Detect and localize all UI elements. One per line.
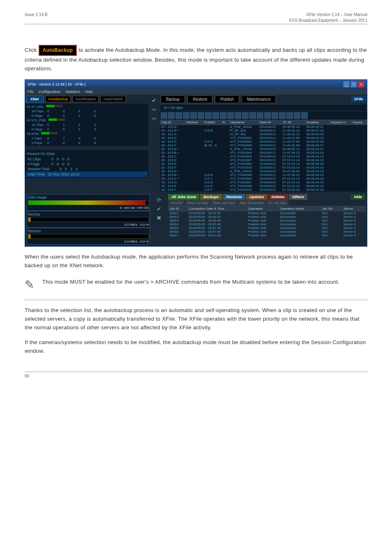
clip-row[interactable]: 02 - 613 DXT2_PGE00072010/05/1207:15:14.… bbox=[160, 158, 367, 162]
jobs-col[interactable]: Completion Date & Time bbox=[187, 206, 247, 211]
toolbar-icon[interactable] bbox=[286, 112, 293, 119]
arrow-right-icon[interactable]: ⇨ bbox=[150, 106, 158, 113]
clip-row[interactable]: 02 - 613 A *cl_PGE_0414a2010/04/1510:46:… bbox=[160, 147, 367, 151]
toolbar-icon[interactable] bbox=[183, 112, 189, 119]
toolbar-icon[interactable] bbox=[220, 112, 226, 119]
publish-button[interactable]: Publish bbox=[215, 95, 239, 103]
toolbar-icon[interactable] bbox=[198, 112, 204, 119]
maintenance-button[interactable]: Maintenance bbox=[242, 95, 276, 103]
toolbar-icon[interactable] bbox=[264, 112, 271, 119]
clip-row[interactable]: 02 - 612 B =112 BPl_8P_0032010/05/1111:3… bbox=[160, 129, 367, 132]
disk-usage-label: Disk Usage bbox=[28, 195, 149, 199]
clip-row[interactable]: 02 - 613 E113 EXT2_PGE00082010/05/1207:1… bbox=[160, 184, 367, 188]
filter-button[interactable]: View All bbox=[168, 200, 184, 206]
clip-col[interactable]: Duration bbox=[305, 120, 329, 125]
toolbar-icon[interactable] bbox=[301, 112, 308, 119]
close-icon[interactable]: × bbox=[358, 81, 364, 88]
jobs-col[interactable]: Job Src bbox=[321, 206, 342, 211]
tab-others[interactable]: Others bbox=[289, 194, 307, 200]
tab-updates[interactable]: Updates bbox=[246, 194, 267, 200]
clip-row[interactable]: 02 - 612 A *cl_PGE_0414a2010/04/1510:46:… bbox=[160, 125, 367, 129]
menu-statistics[interactable]: Statistics bbox=[65, 90, 80, 94]
filter-button[interactable]: View Last Hour bbox=[211, 200, 237, 206]
clip-col[interactable]: Keyword 1 bbox=[329, 120, 351, 125]
jobs-col[interactable]: Server bbox=[342, 206, 365, 211]
clip-col[interactable]: Date IN bbox=[258, 120, 281, 125]
server-header[interactable]: 01 XT_ADL bbox=[26, 104, 148, 109]
tab-deletes[interactable]: Deletes bbox=[268, 194, 288, 200]
clip-col[interactable]: Clip ID bbox=[160, 120, 185, 125]
job-row[interactable]: 000142010/05/20 - 18:07:43Publish: AddSu… bbox=[168, 222, 365, 226]
clip-row[interactable]: 02 - 614 A *cl_PGE_0414b2010/04/1510:47:… bbox=[160, 169, 367, 173]
toolbar-icon[interactable] bbox=[212, 112, 219, 119]
toolbar-icon[interactable] bbox=[168, 112, 175, 119]
job-row[interactable]: 000132010/05/20 - 18:06:24Publish: AddSu… bbox=[168, 219, 365, 222]
maximize-icon[interactable]: □ bbox=[350, 81, 357, 88]
clip-row[interactable]: 02 - 613 FXT2_PGE00102010/05/1207:16:30.… bbox=[160, 166, 367, 169]
clip-row[interactable]: 02 - 613 B =XT2_PGE00042010/05/1111:47:0… bbox=[160, 151, 367, 155]
toolbar-icon[interactable] bbox=[227, 112, 234, 119]
job-row[interactable]: 000162010/05/20 - 18:07:45Publish: AddSu… bbox=[168, 230, 365, 234]
check-icon[interactable]: ✔ bbox=[150, 97, 158, 104]
clip-col[interactable]: Publish bbox=[203, 120, 221, 125]
backup-button[interactable]: Backup bbox=[161, 95, 185, 103]
jobs-table[interactable]: Job IDCompletion Date & TimeOperationOpe… bbox=[168, 206, 365, 237]
refresh-icon[interactable]: ⟳ bbox=[155, 197, 163, 204]
autobackup-button[interactable]: AutoBackup bbox=[45, 96, 71, 102]
clip-row[interactable]: 02 - 612 F@ 02 - 6XT2_PGE00032010/05/111… bbox=[160, 143, 367, 147]
toolbar-icon[interactable] bbox=[205, 112, 212, 119]
cancel-icon[interactable]: ✖ bbox=[155, 215, 163, 222]
clip-table[interactable]: Clip IDMarkersPublishR.ClipNameDate INTC… bbox=[160, 120, 367, 192]
toolbar-icon[interactable] bbox=[257, 112, 263, 119]
toolbar-icon[interactable] bbox=[161, 112, 167, 119]
menu-help[interactable]: Help bbox=[85, 90, 93, 94]
toolbar-icon[interactable] bbox=[175, 112, 182, 119]
clip-row[interactable]: 02 - 612 CCl_8P_0012010/05/1111:39:23.12… bbox=[160, 132, 367, 136]
tab-hide[interactable]: Hide bbox=[350, 194, 365, 200]
clip-row[interactable]: 02 - 613 EXT2_PGE00082010/05/1207:15:14.… bbox=[160, 162, 367, 166]
autopublish-button[interactable]: AutoPublish bbox=[100, 96, 126, 102]
autorestore-button[interactable]: AutoRestore bbox=[72, 96, 99, 102]
clip-row[interactable]: 02 - 612 DXT2_PGE00012010/05/1111:42:01.… bbox=[160, 136, 367, 140]
filter-button[interactable]: 19 / 19 Jobs bbox=[266, 200, 288, 206]
clip-row[interactable]: 02 - 613 CXT2_PGE00062010/05/1207:15:14.… bbox=[160, 155, 367, 158]
clip-col[interactable]: Keywo bbox=[351, 120, 367, 125]
toolbar-icon[interactable] bbox=[294, 112, 300, 119]
arrow-left-icon[interactable]: ⇦ bbox=[150, 115, 158, 123]
clip-col[interactable]: R. bbox=[221, 120, 228, 125]
server-header[interactable]: 02 XT2_PGE bbox=[26, 118, 148, 123]
clip-row[interactable]: 02 - 612 E112 EXT2_PGE00022010/05/1111:4… bbox=[160, 140, 367, 143]
filter-button[interactable]: View Last Day bbox=[185, 200, 210, 206]
clip-row[interactable]: 02 - 613 D113 DXT2_PGE00072010/05/1207:1… bbox=[160, 180, 367, 184]
job-row[interactable]: 000172010/05/20 - 18:11:05Publish: AddSu… bbox=[168, 234, 365, 237]
toolbar-icon[interactable] bbox=[242, 112, 249, 119]
clip-row[interactable]: 02 - 613 B *113 BXT2_PGE00042010/05/1111… bbox=[160, 173, 367, 177]
menu-configuration[interactable]: Configuration bbox=[39, 90, 61, 94]
toolbar-icon[interactable] bbox=[190, 112, 197, 119]
tab-all-jobs[interactable]: All Jobs Done bbox=[168, 194, 199, 200]
jobs-col[interactable]: Job ID bbox=[168, 206, 187, 211]
clip-col[interactable]: TC IN bbox=[281, 120, 305, 125]
xnet-button[interactable]: XNet bbox=[26, 95, 44, 103]
clip-row[interactable]: 02 - 613 C =113 CXT2_PGE00062010/05/1207… bbox=[160, 177, 367, 180]
check2-icon[interactable]: ✔ bbox=[155, 206, 163, 213]
job-row[interactable]: 000122010/05/20 - 18:06:23Publish: AddSu… bbox=[168, 215, 365, 219]
menu-file[interactable]: File bbox=[28, 90, 34, 94]
clip-col[interactable]: Markers bbox=[185, 120, 203, 125]
filter-button[interactable]: Hide Successful bbox=[238, 200, 265, 206]
tab-backups[interactable]: Backups bbox=[200, 194, 222, 200]
job-row[interactable]: 000152010/05/20 - 18:07:44Publish: AddSu… bbox=[168, 226, 365, 230]
toolbar-icon[interactable] bbox=[249, 112, 256, 119]
server-header[interactable]: 29 XFile bbox=[26, 132, 148, 136]
tab-restores[interactable]: Restores bbox=[223, 194, 246, 200]
job-row[interactable]: 000112010/05/20 - 18:03:38Publish: AddSu… bbox=[168, 211, 365, 215]
toolbar-icon[interactable] bbox=[235, 112, 241, 119]
jobs-col[interactable]: Operation status bbox=[279, 206, 321, 211]
clip-col[interactable]: ClipName bbox=[228, 120, 258, 125]
toolbar-icon[interactable] bbox=[272, 112, 278, 119]
toolbar-icon[interactable] bbox=[279, 112, 286, 119]
restore-button[interactable]: Restore bbox=[187, 95, 212, 103]
minimize-icon[interactable]: _ bbox=[343, 81, 350, 88]
jobs-col[interactable]: Operation bbox=[247, 206, 279, 211]
clip-row[interactable]: 02 - 613 F113 FXT2_PGE00102010/05/1207:1… bbox=[160, 188, 367, 192]
